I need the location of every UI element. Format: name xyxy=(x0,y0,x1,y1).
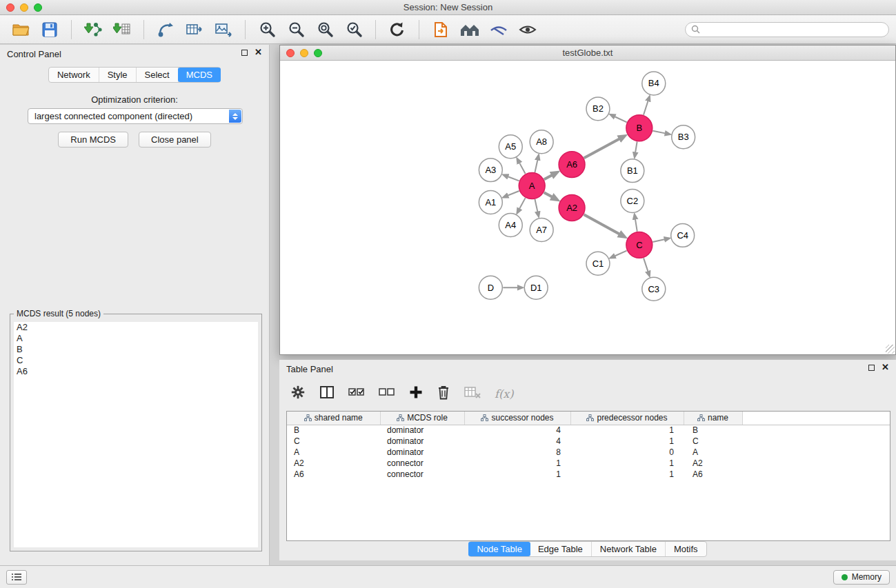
deselect-all-columns-button[interactable] xyxy=(379,385,395,402)
zoom-out-button[interactable] xyxy=(283,19,308,41)
close-panel-icon[interactable]: ✕ xyxy=(882,364,889,371)
column-header-name[interactable]: name xyxy=(684,412,742,425)
toolbar-separator xyxy=(71,20,72,39)
table-settings-button[interactable] xyxy=(290,385,306,403)
node-table[interactable]: shared nameMCDS rolesuccessor nodesprede… xyxy=(286,411,890,541)
mcds-result-item[interactable]: A6 xyxy=(14,366,258,377)
mcds-result-item[interactable]: A xyxy=(14,333,258,344)
minimize-window-button[interactable] xyxy=(20,3,28,12)
column-view-button[interactable] xyxy=(319,385,335,403)
open-session-button[interactable] xyxy=(8,19,33,41)
mcds-result-item[interactable]: A2 xyxy=(14,322,258,333)
apply-layout-button[interactable] xyxy=(385,19,410,41)
float-panel-icon[interactable] xyxy=(241,50,248,56)
task-history-button[interactable] xyxy=(6,570,27,585)
close-panel-icon[interactable]: ✕ xyxy=(255,49,262,56)
close-panel-button[interactable]: Close panel xyxy=(139,132,211,148)
table-cell: C xyxy=(684,436,742,447)
tab-network-table[interactable]: Network Table xyxy=(592,542,666,556)
export-table-button[interactable] xyxy=(182,19,207,41)
memory-button[interactable]: Memory xyxy=(833,570,890,585)
table-row[interactable]: Cdominator41C xyxy=(287,436,890,447)
graph-node-label-A1: A1 xyxy=(485,197,496,207)
function-builder-button[interactable]: f(x) xyxy=(495,387,513,401)
network-window-titlebar[interactable]: testGlobe.txt xyxy=(280,45,895,61)
maximize-window-button[interactable] xyxy=(34,3,42,12)
graph-edge-C-C4[interactable] xyxy=(653,239,664,242)
table-row[interactable]: Adominator80A xyxy=(287,447,890,458)
graph-node-label-A4: A4 xyxy=(505,220,516,230)
import-network-file-button[interactable] xyxy=(81,19,106,41)
column-header-successor-nodes[interactable]: successor nodes xyxy=(464,412,570,425)
graph-edge-C-C1[interactable] xyxy=(615,251,627,256)
close-window-button[interactable] xyxy=(6,3,14,12)
graph-edge-B-B3[interactable] xyxy=(653,131,665,134)
zoom-fit-button[interactable] xyxy=(312,19,337,41)
new-network-button[interactable] xyxy=(153,19,178,41)
graph-edge-A-A7[interactable] xyxy=(535,199,537,212)
tab-edge-table[interactable]: Edge Table xyxy=(530,542,592,556)
column-header-predecessor-nodes[interactable]: predecessor nodes xyxy=(570,412,684,425)
global-search-field[interactable] xyxy=(685,22,889,37)
zoom-in-button[interactable] xyxy=(255,19,279,41)
mcds-result-item[interactable]: C xyxy=(14,355,258,366)
network-minimize-button[interactable] xyxy=(300,49,308,57)
column-type-icon xyxy=(481,414,488,421)
table-cell: A2 xyxy=(287,458,380,469)
graph-edge-A6-B[interactable] xyxy=(584,139,619,158)
toolbar-separator xyxy=(375,20,376,39)
zoom-selected-button[interactable] xyxy=(341,19,366,41)
tab-node-table[interactable]: Node Table xyxy=(468,542,530,556)
table-cell: 1 xyxy=(570,425,684,436)
select-all-columns-button[interactable] xyxy=(348,385,365,402)
mcds-result-item[interactable]: B xyxy=(14,344,258,355)
tab-motifs[interactable]: Motifs xyxy=(666,542,706,556)
graph-edge-B-B4[interactable] xyxy=(644,101,648,115)
window-resize-grip[interactable] xyxy=(886,345,895,354)
graph-edge-A-A6[interactable] xyxy=(544,175,552,179)
tab-mcds[interactable]: MCDS xyxy=(178,68,221,82)
table-row[interactable]: A2connector11A2 xyxy=(287,458,890,469)
import-file-button[interactable] xyxy=(428,19,453,41)
export-image-button[interactable] xyxy=(211,19,236,41)
table-cell: connector xyxy=(380,458,464,469)
graph-edge-A-A4[interactable] xyxy=(519,198,526,209)
add-row-button[interactable] xyxy=(409,385,423,402)
search-input[interactable] xyxy=(704,23,888,36)
graph-edge-A-A2[interactable] xyxy=(544,192,552,196)
run-mcds-button[interactable]: Run MCDS xyxy=(58,132,128,148)
network-close-button[interactable] xyxy=(286,49,295,57)
tab-select[interactable]: Select xyxy=(137,68,179,82)
column-header-shared-name[interactable]: shared name xyxy=(287,412,380,425)
column-header-MCDS-role[interactable]: MCDS role xyxy=(380,412,464,425)
network-canvas[interactable]: B4B2BB3A5A8A6B1A3AA1C2A2A4A7C4CC1C3DD1 xyxy=(280,61,895,354)
table-row[interactable]: Bdominator41B xyxy=(287,425,890,436)
graph-edge-A-A1[interactable] xyxy=(508,191,519,196)
graph-edge-C-C2[interactable] xyxy=(635,219,637,232)
import-table-file-button[interactable] xyxy=(110,19,135,41)
float-panel-icon[interactable] xyxy=(868,365,875,371)
first-neighbors-button[interactable] xyxy=(457,19,482,41)
graph-edge-A2-C[interactable] xyxy=(584,214,619,234)
mcds-result-list[interactable]: A2ABCA6 xyxy=(14,322,258,547)
save-session-button[interactable] xyxy=(37,19,62,41)
tab-network[interactable]: Network xyxy=(49,68,99,82)
optimization-criterion-dropdown[interactable]: largest connected component (directed) xyxy=(28,108,243,124)
import-table-icon xyxy=(113,21,131,38)
hide-selected-button[interactable] xyxy=(486,19,511,41)
network-maximize-button[interactable] xyxy=(314,49,322,57)
delete-row-button[interactable] xyxy=(437,385,450,403)
delete-columns-button[interactable] xyxy=(464,385,481,402)
memory-status-icon xyxy=(842,574,848,580)
graph-edge-A-A8[interactable] xyxy=(535,160,537,172)
graph-edge-A-A5[interactable] xyxy=(519,163,526,174)
show-all-button[interactable] xyxy=(515,19,540,41)
network-graph[interactable]: B4B2BB3A5A8A6B1A3AA1C2A2A4A7C4CC1C3DD1 xyxy=(280,61,895,354)
graph-edge-B-B1[interactable] xyxy=(635,141,637,152)
table-cell: A xyxy=(684,447,742,458)
tab-style[interactable]: Style xyxy=(99,68,137,82)
table-row[interactable]: A6connector11A6 xyxy=(287,469,890,480)
graph-edge-B-B2[interactable] xyxy=(615,116,626,122)
graph-edge-A-A3[interactable] xyxy=(508,176,519,181)
graph-edge-C-C3[interactable] xyxy=(644,258,648,271)
